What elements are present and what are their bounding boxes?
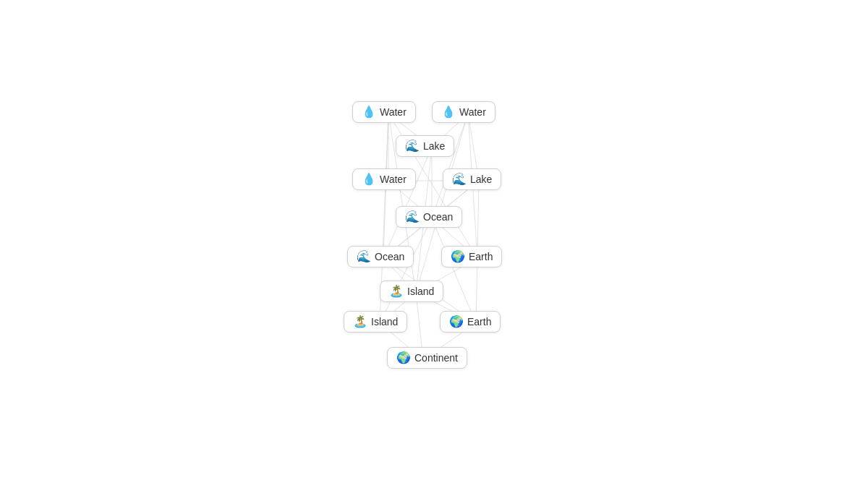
- icon-water3: 💧: [362, 174, 376, 185]
- icon-ocean2: 🌊: [357, 251, 371, 262]
- icon-lake2: 🌊: [452, 174, 467, 185]
- icon-water1: 💧: [362, 106, 376, 118]
- icon-continent1: 🌍: [396, 352, 411, 364]
- svg-line-26: [432, 218, 476, 323]
- label-lake1: Lake: [423, 140, 445, 152]
- icon-water2: 💧: [441, 106, 456, 118]
- label-water2: Water: [459, 106, 486, 118]
- icon-earth1: 🌍: [451, 251, 465, 262]
- node-earth2[interactable]: 🌍Earth: [440, 311, 501, 333]
- label-island2: Island: [371, 316, 398, 328]
- node-ocean1[interactable]: 🌊Ocean: [396, 206, 462, 228]
- icon-island2: 🏝️: [353, 316, 367, 328]
- node-island2[interactable]: 🏝️Island: [344, 311, 407, 333]
- node-continent1[interactable]: 🌍Continent: [387, 347, 467, 369]
- label-continent1: Continent: [414, 352, 458, 364]
- diagram-canvas: 💧Water💧Water🌊Lake💧Water🌊Lake🌊Ocean🌊Ocean…: [0, 0, 868, 488]
- node-lake2[interactable]: 🌊Lake: [443, 168, 501, 190]
- node-earth1[interactable]: 🌍Earth: [441, 246, 502, 267]
- connections-svg: [0, 0, 868, 488]
- label-water1: Water: [380, 106, 407, 118]
- label-water3: Water: [380, 174, 407, 185]
- svg-line-22: [432, 114, 468, 218]
- icon-island1: 🏝️: [389, 286, 404, 297]
- node-water3[interactable]: 💧Water: [352, 168, 416, 190]
- icon-lake1: 🌊: [405, 140, 420, 152]
- icon-earth2: 🌍: [449, 316, 464, 328]
- node-ocean2[interactable]: 🌊Ocean: [347, 246, 414, 267]
- label-ocean2: Ocean: [375, 251, 404, 262]
- label-earth1: Earth: [469, 251, 493, 262]
- svg-line-25: [380, 218, 432, 323]
- node-water2[interactable]: 💧Water: [432, 101, 495, 123]
- svg-line-23: [383, 147, 432, 258]
- node-lake1[interactable]: 🌊Lake: [396, 135, 454, 157]
- node-water1[interactable]: 💧Water: [352, 101, 416, 123]
- label-island1: Island: [407, 286, 434, 297]
- label-earth2: Earth: [467, 316, 491, 328]
- label-lake2: Lake: [470, 174, 492, 185]
- node-island1[interactable]: 🏝️Island: [380, 281, 443, 302]
- label-ocean1: Ocean: [423, 211, 453, 223]
- icon-ocean1: 🌊: [405, 211, 420, 223]
